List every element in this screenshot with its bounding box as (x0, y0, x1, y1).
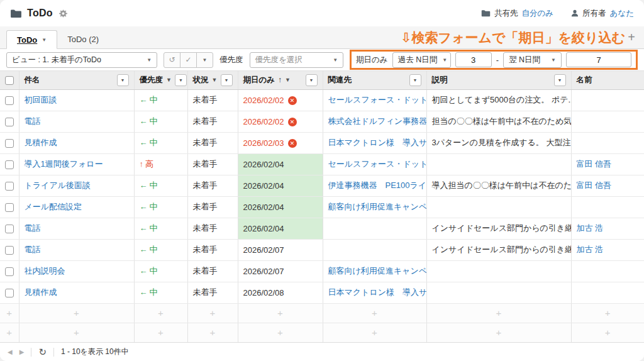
name-cell[interactable] (571, 111, 644, 132)
tab-todo[interactable]: ToDo ▼ (6, 30, 57, 49)
related-cell[interactable]: 顧客向け利用促進キャンペーン (323, 196, 426, 218)
status-cell[interactable]: 未着手 (187, 175, 238, 196)
due-date-cell[interactable]: 2026/02/04 (238, 218, 323, 239)
related-link[interactable]: 伊達事務機器 PE100ライ... (328, 181, 427, 190)
new-record-row[interactable]: ++++++++ (0, 303, 644, 323)
description-cell[interactable] (426, 260, 571, 282)
table-row[interactable]: 電話 ←中 未着手 2026/02/07 インサイドセールス部門からの引き継ぎ … (0, 239, 644, 260)
table-row[interactable]: トライアル後面談 ←中 未着手 2026/02/04 伊達事務機器 PE100ラ… (0, 175, 644, 196)
subject-cell[interactable]: 初回面談 (19, 89, 134, 111)
status-cell[interactable]: 未着手 (187, 239, 238, 260)
description-cell[interactable] (426, 282, 571, 303)
related-cell[interactable]: 株式会社ドルフィン事務器 (323, 111, 426, 132)
name-link[interactable]: 加古 浩 (577, 245, 604, 254)
due-date-cell[interactable]: 2026/02/02✕ (238, 89, 323, 111)
description-cell[interactable] (426, 196, 571, 218)
due-date-cell[interactable]: 2026/02/07 (238, 260, 323, 282)
next-page-button[interactable]: ▶ (19, 348, 25, 355)
related-link[interactable]: 日本マクトロン様 導入サー... (328, 138, 427, 147)
subject-link[interactable]: 見積作成 (25, 138, 57, 147)
row-checkbox[interactable] (5, 225, 14, 233)
priority-cell[interactable]: ←中 (134, 218, 187, 239)
new-record-cell[interactable]: + (19, 323, 134, 342)
row-checkbox[interactable] (5, 203, 14, 212)
related-cell[interactable] (323, 218, 426, 239)
new-record-row[interactable]: ++++++++ (0, 323, 644, 342)
subject-link[interactable]: 初回面談 (25, 95, 57, 104)
name-cell[interactable] (571, 89, 644, 111)
confirm-button[interactable]: ✓ (180, 52, 197, 68)
column-filter-button[interactable]: ▼ (175, 74, 187, 86)
subject-cell[interactable]: 導入1週間後フォロー (19, 153, 134, 175)
status-cell[interactable]: 未着手 (187, 260, 238, 282)
name-link[interactable]: 富田 信吾 (577, 159, 612, 169)
description-cell[interactable]: 導入担当の〇〇様は午前中は不在のた... (426, 175, 571, 196)
more-actions-button[interactable]: ▼ (196, 52, 213, 68)
new-record-cell[interactable]: + (187, 323, 238, 342)
name-cell[interactable]: 富田 信吾 (571, 175, 644, 196)
table-row[interactable]: 初回面談 ←中 未着手 2026/02/02✕ セールスフォース・ドットコム -… (0, 89, 644, 111)
new-record-cell[interactable]: + (571, 323, 644, 342)
priority-filter-select[interactable]: 優先度を選択 ▼ (250, 52, 344, 68)
subject-cell[interactable]: トライアル後面談 (19, 175, 134, 196)
due-date-cell[interactable]: 2026/02/04 (238, 175, 323, 196)
related-cell[interactable]: 伊達事務機器 PE100ライ... (323, 175, 426, 196)
related-cell[interactable]: 日本マクトロン様 導入サー... (323, 282, 426, 303)
subject-link[interactable]: 見積作成 (25, 287, 57, 297)
row-checkbox[interactable] (5, 267, 14, 276)
column-filter-button[interactable]: ▼ (221, 74, 233, 86)
next-days-input[interactable] (566, 52, 631, 67)
priority-cell[interactable]: ←中 (134, 282, 187, 303)
status-cell[interactable]: 未着手 (187, 153, 238, 175)
due-date-cell[interactable]: 2026/02/04 (238, 153, 323, 175)
past-days-select[interactable]: 過去 N日間 ▼ (392, 52, 451, 68)
new-record-cell[interactable]: + (571, 303, 644, 323)
column-filter-button[interactable]: ▼ (117, 74, 129, 86)
due-date-cell[interactable]: 2026/02/03✕ (238, 132, 323, 153)
name-link[interactable]: 加古 浩 (577, 223, 604, 233)
priority-cell[interactable]: ←中 (134, 239, 187, 260)
subject-link[interactable]: 電話 (25, 116, 41, 126)
name-link[interactable]: 富田 信吾 (577, 181, 612, 190)
new-record-cell[interactable]: + (238, 323, 323, 342)
related-link[interactable]: 顧客向け利用促進キャンペーン (328, 202, 427, 211)
new-record-cell[interactable]: + (323, 323, 426, 342)
row-checkbox[interactable] (5, 118, 14, 126)
new-record-cell[interactable]: + (134, 323, 187, 342)
related-cell[interactable] (323, 239, 426, 260)
related-link[interactable]: 株式会社ドルフィン事務器 (328, 116, 427, 126)
due-date-cell[interactable]: 2026/02/08 (238, 282, 323, 303)
related-link[interactable]: セールスフォース・ドットコム - 機器導入 ... (328, 95, 427, 104)
priority-cell[interactable]: ←中 (134, 111, 187, 132)
name-cell[interactable]: 加古 浩 (571, 218, 644, 239)
related-cell[interactable]: セールスフォース・ドットコム - 機器導入 ... (323, 153, 426, 175)
status-cell[interactable]: 未着手 (187, 282, 238, 303)
related-cell[interactable]: 日本マクトロン様 導入サー... (323, 132, 426, 153)
subject-link[interactable]: 社内説明会 (25, 266, 65, 275)
view-select[interactable]: ビュー : 1. 未着手のToDo ▼ (6, 52, 157, 68)
subject-link[interactable]: 電話 (25, 245, 41, 254)
share-value-link[interactable]: 自分のみ (522, 8, 554, 19)
related-link[interactable]: 日本マクトロン様 導入サー... (328, 287, 427, 297)
tab-todo-2[interactable]: ToDo (2) (57, 30, 109, 48)
subject-cell[interactable]: 電話 (19, 239, 134, 260)
status-cell[interactable]: 未着手 (187, 196, 238, 218)
column-filter-button[interactable]: ▼ (554, 74, 566, 86)
row-checkbox[interactable] (5, 246, 14, 255)
status-cell[interactable]: 未着手 (187, 111, 238, 132)
subject-link[interactable]: 電話 (25, 223, 41, 233)
table-row[interactable]: 電話 ←中 未着手 2026/02/02✕ 株式会社ドルフィン事務器 担当の〇〇… (0, 111, 644, 132)
refresh-button[interactable]: ↻ (38, 347, 47, 358)
table-row[interactable]: 見積作成 ←中 未着手 2026/02/08 日本マクトロン様 導入サー... (0, 282, 644, 303)
new-record-cell[interactable]: + (238, 303, 323, 323)
priority-cell[interactable]: ←中 (134, 196, 187, 218)
priority-cell[interactable]: ←中 (134, 89, 187, 111)
new-record-cell[interactable]: + (19, 303, 134, 323)
new-record-cell[interactable]: + (134, 303, 187, 323)
status-cell[interactable]: 未着手 (187, 89, 238, 111)
subject-link[interactable]: 導入1週間後フォロー (25, 159, 103, 169)
description-cell[interactable]: インサイドセールス部門からの引き継ぎ (426, 218, 571, 239)
priority-cell[interactable]: ←中 (134, 175, 187, 196)
subject-cell[interactable]: 見積作成 (19, 132, 134, 153)
name-cell[interactable] (571, 260, 644, 282)
